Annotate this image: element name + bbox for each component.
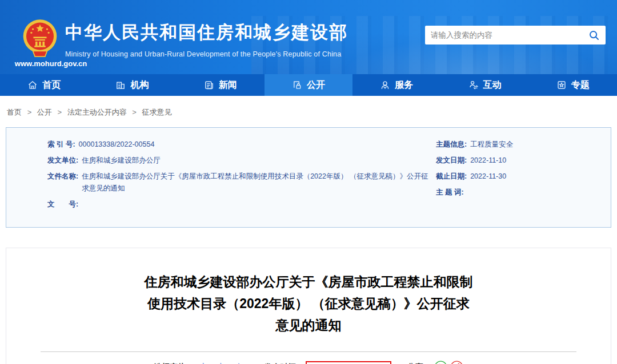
nav-tab-topic[interactable]: 专题 (529, 74, 617, 96)
page-title: 住房和城乡建设部办公厅关于《房屋市政工程禁止和限制 使用技术目录（2022年版）… (126, 271, 491, 336)
weibo-share-icon[interactable] (450, 361, 463, 364)
info-value: 住房和城乡建设部办公厅关于《房屋市政工程禁止和限制使用技术目录（2022年版） … (82, 171, 436, 195)
breadcrumb-statutory-disclosure[interactable]: 法定主动公开内容 (67, 108, 127, 116)
info-value: 住房和城乡建设部办公厅 (82, 155, 436, 167)
wechat-share-icon[interactable] (434, 361, 447, 364)
info-row-document-number: 文 号: (47, 199, 436, 211)
info-label: 文件名称: (47, 171, 78, 195)
info-value: 000013338/2022-00554 (79, 139, 436, 151)
site-subtitle: Ministry of Housing and Urban-Rural Deve… (65, 50, 348, 58)
home-icon (27, 80, 38, 90)
nav-tab-label: 新闻 (219, 79, 237, 91)
building-icon (115, 80, 126, 90)
info-row-index-number: 索 引 号: 000013338/2022-00554 (47, 139, 436, 151)
site-header: www.mohurd.gov.cn 中华人民共和国住房和城乡建设部 Minist… (0, 0, 617, 74)
info-value: 工程质量安全 (470, 139, 611, 151)
nav-tab-label: 互动 (483, 79, 502, 91)
news-icon (204, 80, 214, 90)
page-title-line: 使用技术目录（2022年版） （征求意见稿）》公开征求 (126, 293, 491, 314)
share-group: 分享： (407, 361, 463, 364)
font-size-medium-button[interactable]: 中 (217, 362, 225, 364)
info-label: 索 引 号: (47, 139, 75, 151)
info-value (467, 187, 611, 199)
info-row-deadline-date: 截止日期: 2022-11-30 (436, 171, 611, 183)
nav-tab-label: 机构 (130, 79, 149, 91)
site-title: 中华人民共和国住房和城乡建设部 (65, 21, 348, 45)
nav-tab-interaction[interactable]: 互动 (440, 74, 528, 96)
info-value (82, 199, 436, 211)
publish-time-highlight: 2022-11-15 15:52:46 (306, 361, 391, 364)
main-nav: 首页 机构 新闻 公开 (0, 74, 617, 96)
breadcrumb-current: 征求意见 (142, 108, 172, 116)
info-row-issuing-unit: 发文单位: 住房和城乡建设部办公厅 (47, 155, 436, 167)
search-icon[interactable] (588, 30, 600, 41)
info-label: 发文单位: (47, 155, 78, 167)
breadcrumb: 首页 > 公开 > 法定主动公开内容 > 征求意见 (0, 96, 617, 127)
info-row-document-name: 文件名称: 住房和城乡建设部办公厅关于《房屋市政工程禁止和限制使用技术目录（20… (47, 171, 436, 195)
info-label: 主题信息: (436, 139, 467, 151)
search-box (425, 26, 606, 45)
info-label: 主 题 词: (436, 187, 464, 199)
font-size-small-button[interactable]: 小 (234, 362, 242, 364)
breadcrumb-separator: > (57, 108, 62, 116)
info-label: 发文日期: (436, 155, 467, 167)
page-title-line: 意见的通知 (126, 314, 491, 336)
info-left-column: 索 引 号: 000013338/2022-00554 发文单位: 住房和城乡建… (6, 135, 436, 218)
info-label: 截止日期: (436, 171, 467, 183)
breadcrumb-separator: > (132, 108, 137, 116)
font-size-large-button[interactable]: 大 (199, 362, 207, 364)
search-input[interactable] (431, 31, 588, 39)
article-card: 住房和城乡建设部办公厅关于《房屋市政工程禁止和限制 使用技术目录（2022年版）… (6, 248, 611, 364)
nav-tab-label: 专题 (571, 79, 590, 91)
breadcrumb-home[interactable]: 首页 (7, 108, 22, 116)
info-value: 2022-11-10 (470, 155, 611, 167)
nav-tab-label: 首页 (42, 79, 61, 91)
page-title-line: 住房和城乡建设部办公厅关于《房屋市政工程禁止和限制 (126, 271, 491, 293)
nav-tab-news[interactable]: 新闻 (177, 74, 265, 96)
font-select-label: 选择字体： (154, 362, 194, 364)
topic-icon (556, 80, 567, 90)
site-domain: www.mohurd.gov.cn (8, 59, 94, 68)
nav-tab-org[interactable]: 机构 (88, 74, 176, 96)
title-divider (41, 351, 576, 352)
info-row-issue-date: 发文日期: 2022-11-10 (436, 155, 611, 167)
article-meta-bar: 选择字体： [ 大 - 中 - 小 ] 发布时间： 2022-11-15 15:… (6, 361, 611, 364)
info-row-subject-info: 主题信息: 工程质量安全 (436, 139, 611, 151)
info-right-column: 主题信息: 工程质量安全 发文日期: 2022-11-10 截止日期: 2022… (436, 135, 611, 218)
info-row-keywords: 主 题 词: (436, 187, 611, 199)
breadcrumb-separator: > (27, 108, 32, 116)
publish-time-group: 发布时间： 2022-11-15 15:52:46 (264, 361, 391, 364)
service-icon (380, 80, 390, 90)
document-info-panel: 索 引 号: 000013338/2022-00554 发文单位: 住房和城乡建… (6, 127, 611, 228)
nav-tab-home[interactable]: 首页 (0, 74, 88, 96)
breadcrumb-disclosure[interactable]: 公开 (37, 108, 52, 116)
publish-time-label: 发布时间： (264, 362, 304, 364)
nav-tab-service[interactable]: 服务 (352, 74, 440, 96)
nav-tab-label: 服务 (395, 79, 413, 91)
nav-tab-label: 公开 (307, 79, 325, 91)
info-label: 文 号: (47, 199, 78, 211)
nav-tab-disclosure[interactable]: 公开 (265, 74, 352, 96)
disclosure-icon (292, 80, 302, 90)
interaction-icon (468, 80, 479, 90)
info-value: 2022-11-30 (470, 171, 611, 183)
national-emblem-logo (22, 17, 58, 63)
share-label: 分享： (407, 362, 431, 364)
